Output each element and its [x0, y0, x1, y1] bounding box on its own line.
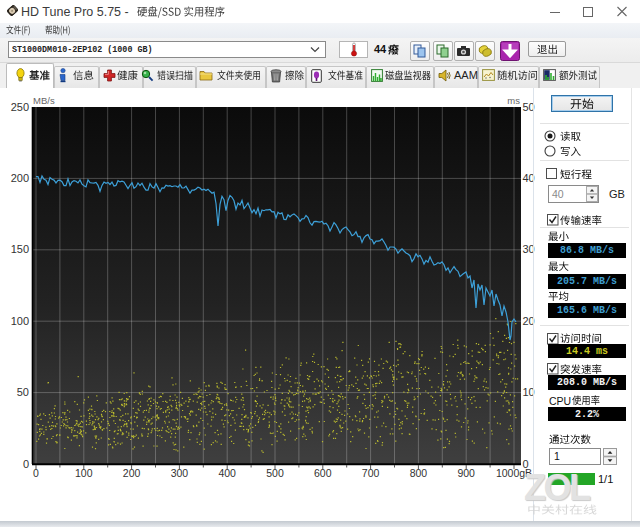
svg-text:500: 500: [266, 467, 284, 479]
svg-text:400: 400: [218, 467, 236, 479]
svg-text:0: 0: [23, 458, 29, 470]
svg-text:200: 200: [123, 467, 141, 479]
svg-text:100: 100: [11, 315, 29, 327]
svg-text:150: 150: [11, 243, 29, 255]
svg-text:250: 250: [11, 101, 29, 113]
svg-text:900: 900: [457, 467, 475, 479]
svg-text:800: 800: [410, 467, 428, 479]
svg-text:100: 100: [75, 467, 93, 479]
svg-text:50: 50: [17, 386, 29, 398]
svg-text:0: 0: [33, 467, 39, 479]
svg-text:200: 200: [11, 172, 29, 184]
svg-text:600: 600: [314, 467, 332, 479]
svg-text:ms: ms: [507, 95, 520, 106]
svg-text:700: 700: [362, 467, 380, 479]
svg-text:MB/s: MB/s: [33, 95, 55, 106]
svg-text:300: 300: [171, 467, 189, 479]
